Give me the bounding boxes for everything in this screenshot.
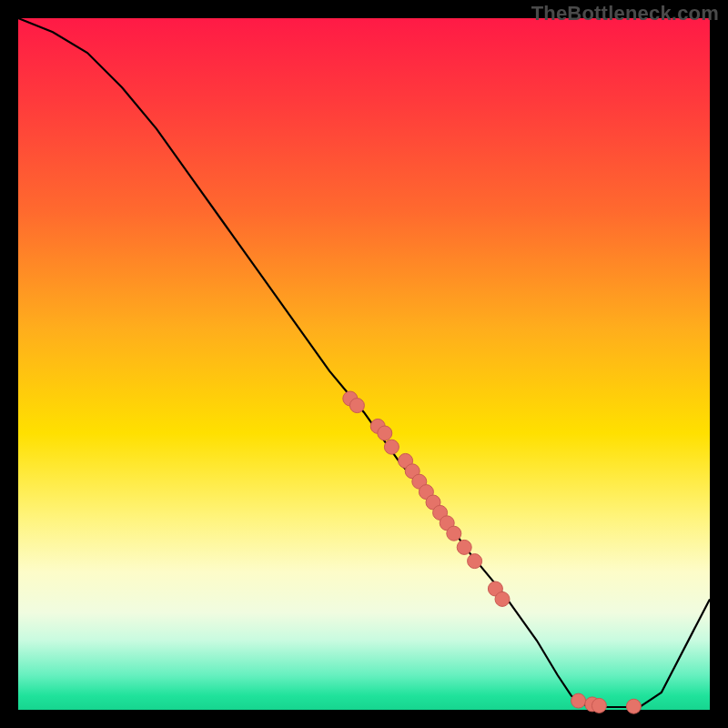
bottleneck-curve: [18, 18, 710, 707]
chart-svg: [18, 18, 710, 710]
chart-frame: TheBottleneck.com: [0, 0, 728, 728]
watermark-text: TheBottleneck.com: [531, 2, 719, 25]
scatter-dot: [349, 399, 364, 413]
scatter-dot: [378, 426, 392, 440]
scatter-dots: [343, 391, 642, 713]
scatter-dot: [447, 526, 461, 541]
scatter-dot: [495, 592, 510, 606]
scatter-dot: [468, 554, 482, 569]
scatter-dot: [571, 693, 586, 708]
plot-area: [18, 18, 710, 710]
scatter-dot: [457, 540, 471, 554]
scatter-dot: [626, 699, 641, 713]
scatter-dot: [384, 440, 399, 454]
scatter-dot: [592, 698, 606, 713]
